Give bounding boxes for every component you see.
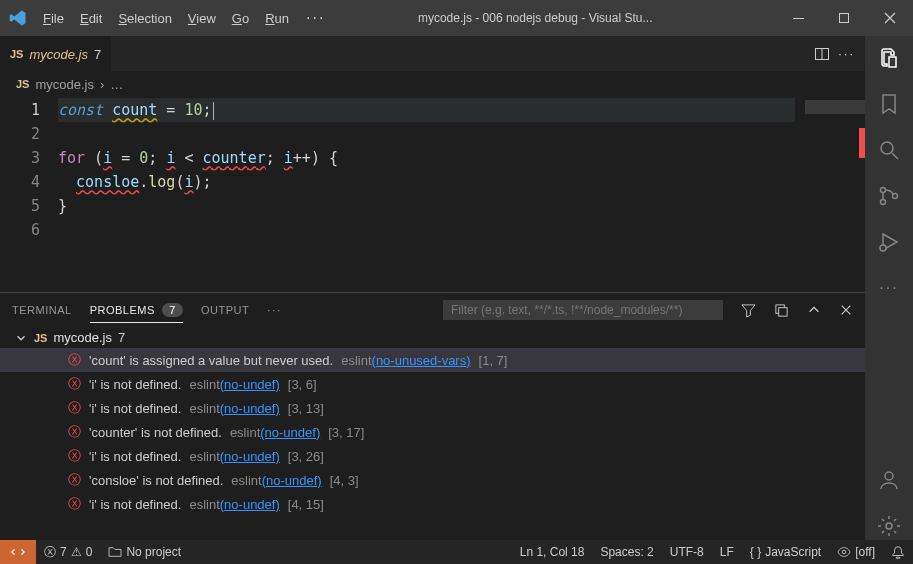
svg-point-14: [842, 550, 846, 554]
javascript-icon: JS: [10, 48, 23, 60]
tab-output[interactable]: OUTPUT: [201, 298, 249, 322]
error-icon: ⓧ: [68, 423, 81, 441]
problems-list: JS mycode.js 7 ⓧ 'count' is assigned a v…: [0, 327, 865, 540]
error-icon: ⓧ: [68, 351, 81, 369]
svg-point-12: [885, 472, 893, 480]
source-control-icon[interactable]: [875, 182, 903, 210]
problems-file-name: mycode.js: [53, 330, 112, 345]
status-errors[interactable]: ⓧ7⚠0: [36, 544, 100, 561]
problem-row[interactable]: ⓧ'i' is not defined.eslint(no-undef)[3, …: [0, 396, 865, 420]
more-actions-icon[interactable]: ···: [838, 46, 855, 61]
problems-filter-input[interactable]: [443, 300, 723, 320]
status-indentation[interactable]: Spaces: 2: [592, 545, 661, 559]
problem-row[interactable]: ⓧ'i' is not defined.eslint(no-undef)[4, …: [0, 492, 865, 516]
explorer-icon[interactable]: [875, 44, 903, 72]
close-panel-icon[interactable]: [839, 303, 853, 317]
chevron-down-icon: [14, 331, 28, 345]
status-project[interactable]: No project: [100, 545, 189, 559]
warning-icon: ⚠: [71, 545, 82, 559]
menu-run[interactable]: Run: [258, 7, 296, 30]
svg-line-7: [892, 153, 898, 159]
breadcrumb-file: mycode.js: [35, 77, 94, 92]
settings-icon[interactable]: [875, 512, 903, 540]
bottom-panel: TERMINAL PROBLEMS 7 OUTPUT ··· JS mycode…: [0, 292, 865, 540]
menu-bar: File Edit Selection View Go Run: [36, 7, 296, 30]
menu-overflow-icon[interactable]: ···: [296, 5, 335, 31]
status-eol[interactable]: LF: [712, 545, 742, 559]
braces-icon: { }: [750, 545, 761, 559]
collapse-all-icon[interactable]: [774, 303, 789, 318]
code-content[interactable]: const count = 10; for (i = 0; i < counte…: [58, 96, 865, 292]
svg-point-8: [881, 188, 886, 193]
svg-point-13: [886, 523, 892, 529]
status-encoding[interactable]: UTF-8: [662, 545, 712, 559]
error-icon: ⓧ: [44, 544, 56, 561]
svg-rect-1: [839, 13, 848, 22]
problems-badge: 7: [162, 303, 183, 317]
status-language[interactable]: { }JavaScript: [742, 545, 829, 559]
window-title: mycode.js - 006 nodejs debug - Visual St…: [335, 11, 775, 25]
panel-more-icon[interactable]: ···: [267, 304, 282, 316]
problem-row[interactable]: ⓧ'i' is not defined.eslint(no-undef)[3, …: [0, 444, 865, 468]
menu-edit[interactable]: Edit: [73, 7, 109, 30]
status-cursor-position[interactable]: Ln 1, Col 18: [512, 545, 593, 559]
problem-row[interactable]: ⓧ'consloe' is not defined.eslint(no-unde…: [0, 468, 865, 492]
svg-rect-0: [793, 18, 804, 19]
menu-file[interactable]: File: [36, 7, 71, 30]
error-icon: ⓧ: [68, 375, 81, 393]
maximize-button[interactable]: [821, 0, 867, 36]
error-icon: ⓧ: [68, 495, 81, 513]
vscode-logo-icon: [0, 9, 36, 27]
split-editor-icon[interactable]: [814, 46, 830, 62]
svg-rect-5: [779, 307, 787, 315]
minimize-button[interactable]: [775, 0, 821, 36]
menu-selection[interactable]: Selection: [111, 7, 178, 30]
tab-mycode[interactable]: JS mycode.js 7: [0, 36, 111, 71]
editor-tabs: JS mycode.js 7 ···: [0, 36, 865, 72]
problem-row[interactable]: ⓧ'counter' is not defined.eslint(no-unde…: [0, 420, 865, 444]
line-gutter: 1 2 3 4 5 6: [0, 96, 58, 292]
run-debug-icon[interactable]: [875, 228, 903, 256]
status-preview[interactable]: [off]: [829, 545, 883, 559]
svg-point-6: [881, 142, 893, 154]
javascript-icon: JS: [16, 78, 29, 90]
status-bar: ⓧ7⚠0 No project Ln 1, Col 18 Spaces: 2 U…: [0, 540, 913, 564]
activity-bar: ···: [865, 36, 913, 540]
error-icon: ⓧ: [68, 399, 81, 417]
status-notifications[interactable]: [883, 545, 913, 559]
tab-terminal[interactable]: TERMINAL: [12, 298, 72, 322]
close-button[interactable]: [867, 0, 913, 36]
chevron-up-icon[interactable]: [807, 303, 821, 317]
menu-view[interactable]: View: [181, 7, 223, 30]
problems-file-header[interactable]: JS mycode.js 7: [0, 327, 865, 348]
breadcrumb[interactable]: JS mycode.js › …: [0, 72, 865, 96]
menu-go[interactable]: Go: [225, 7, 256, 30]
account-icon[interactable]: [875, 466, 903, 494]
search-icon[interactable]: [875, 136, 903, 164]
svg-point-9: [881, 200, 886, 205]
error-icon: ⓧ: [68, 447, 81, 465]
problem-row[interactable]: ⓧ'i' is not defined.eslint(no-undef)[3, …: [0, 372, 865, 396]
file-problem-count: 7: [118, 330, 125, 345]
tab-filename: mycode.js: [29, 47, 88, 62]
minimap[interactable]: [795, 96, 865, 292]
bell-icon: [891, 545, 905, 559]
tab-problem-count: 7: [94, 47, 101, 62]
error-icon: ⓧ: [68, 471, 81, 489]
svg-point-11: [880, 245, 886, 251]
remote-indicator[interactable]: [0, 540, 36, 564]
svg-point-10: [893, 194, 898, 199]
chevron-right-icon: ›: [100, 77, 104, 92]
folder-icon: [108, 546, 122, 558]
breadcrumb-more: …: [110, 77, 123, 92]
javascript-icon: JS: [34, 332, 47, 344]
titlebar: File Edit Selection View Go Run ··· myco…: [0, 0, 913, 36]
filter-icon[interactable]: [741, 303, 756, 318]
tab-problems[interactable]: PROBLEMS 7: [90, 298, 183, 323]
eye-icon: [837, 546, 851, 558]
bookmark-icon[interactable]: [875, 90, 903, 118]
more-icon[interactable]: ···: [875, 274, 903, 302]
editor[interactable]: 1 2 3 4 5 6 const count = 10; for (i = 0…: [0, 96, 865, 292]
problem-row[interactable]: ⓧ 'count' is assigned a value but never …: [0, 348, 865, 372]
